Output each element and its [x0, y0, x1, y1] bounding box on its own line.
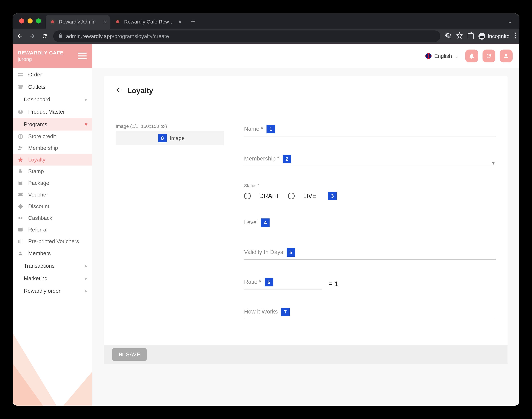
chevron-right-icon: ▸ — [85, 288, 87, 294]
level-field[interactable]: Level4 — [244, 217, 496, 230]
maximize-window-button[interactable] — [36, 18, 41, 24]
minimize-window-button[interactable] — [27, 18, 33, 24]
sidebar-item-store-credit[interactable]: $ Store credit — [13, 131, 92, 142]
chevron-down-icon: ▾ — [85, 121, 87, 128]
image-drop-label: Image — [170, 135, 185, 141]
svg-point-7 — [19, 146, 21, 148]
fields-column: Name *1 Membership *2 ▼ Status * DRAFT — [244, 124, 496, 326]
sidebar-label: Product Master — [28, 109, 87, 115]
sidebar-label: Dashboard — [24, 96, 80, 103]
sidebar-label: Rewardly order — [24, 288, 80, 294]
close-tab-icon[interactable]: × — [103, 19, 106, 25]
sidebar-item-rewardly-order[interactable]: Rewardly order ▸ — [13, 285, 92, 297]
level-label: Level4 — [244, 219, 270, 227]
sidebar-item-preprinted-vouchers[interactable]: Pre-printed Vouchers — [13, 236, 92, 247]
svg-rect-11 — [18, 228, 23, 232]
sidebar-label: Stamp — [28, 168, 44, 174]
kebab-menu-icon[interactable] — [514, 32, 516, 40]
chevron-right-icon: ▸ — [85, 96, 87, 103]
dropdown-icon: ▼ — [491, 160, 496, 166]
svg-rect-12 — [19, 229, 20, 229]
browser-tab-1[interactable]: Rewardly Admin × — [46, 15, 110, 28]
browser-tab-2[interactable]: Rewardly Cafe Rewardly Loyalt × — [111, 15, 185, 28]
close-window-button[interactable] — [19, 18, 24, 24]
notifications-button[interactable] — [465, 50, 478, 62]
star-icon[interactable] — [456, 32, 463, 40]
save-button[interactable]: SAVE — [112, 348, 147, 361]
save-icon — [118, 352, 123, 357]
address-bar[interactable]: admin.rewardly.app/programsloyalty/creat… — [53, 30, 440, 42]
sidebar-label: Loyalty — [28, 157, 45, 163]
image-field-label: Image (1/1: 150x150 px) — [116, 124, 224, 129]
sidebar-label: Programs — [24, 121, 80, 128]
sidebar-item-loyalty[interactable]: Loyalty — [13, 154, 92, 166]
sidebar-item-membership[interactable]: Membership — [13, 142, 92, 154]
svg-rect-16 — [21, 240, 21, 243]
annotation-marker-4: 4 — [261, 219, 270, 227]
refresh-button[interactable] — [483, 50, 495, 62]
sidebar-item-transactions[interactable]: Transactions ▸ — [13, 260, 92, 272]
sidebar-item-product-master[interactable]: Product Master — [13, 106, 92, 118]
sidebar-item-dashboard[interactable]: Dashboard ▸ — [13, 93, 92, 106]
status-live-radio[interactable] — [288, 193, 295, 199]
tab-bar: Rewardly Admin × Rewardly Cafe Rewardly … — [13, 13, 519, 28]
how-it-works-field[interactable]: How it Works7 — [244, 306, 496, 319]
sidebar-item-package[interactable]: Package — [13, 177, 92, 189]
image-dropzone[interactable]: 8 Image — [116, 131, 224, 145]
ratio-field[interactable]: Ratio *6 — [244, 277, 322, 289]
sidebar-label: Transactions — [24, 263, 80, 269]
back-arrow-icon[interactable] — [116, 87, 122, 95]
status-label: Status * — [244, 183, 496, 188]
svg-point-0 — [515, 33, 516, 34]
hamburger-icon[interactable] — [78, 52, 87, 59]
favicon-icon — [115, 19, 121, 25]

    main-column: English ⌄ — [92, 44, 519, 406]
browser-window: Rewardly Admin × Rewardly Cafe Rewardly … — [13, 13, 519, 406]
status-live-label: LIVE — [303, 192, 316, 199]
tabs-dropdown-icon[interactable]: ⌄ — [507, 17, 516, 25]
barcode-icon — [17, 239, 24, 244]
save-bar: SAVE — [104, 345, 507, 364]
chevron-right-icon: ▸ — [85, 275, 87, 282]
tab-title: Rewardly Admin — [59, 19, 99, 25]
sidebar-item-order[interactable]: Order — [13, 68, 92, 81]
sidebar-item-outlets[interactable]: Outlets — [13, 81, 92, 93]
svg-point-8 — [21, 147, 22, 148]
annotation-marker-5: 5 — [287, 248, 295, 257]
membership-label: Membership *2 — [244, 155, 291, 163]
voucher-icon — [17, 192, 24, 198]
sidebar-item-voucher[interactable]: Voucher — [13, 189, 92, 200]
sidebar-label: Referral — [28, 227, 48, 233]
sidebar-item-discount[interactable]: Discount — [13, 200, 92, 212]
membership-field[interactable]: Membership *2 ▼ — [244, 153, 496, 166]
url-text: admin.rewardly.app/programsloyalty/creat… — [66, 33, 169, 39]
sidebar-item-cashback[interactable]: Cashback — [13, 212, 92, 224]
sidebar-item-programs[interactable]: Programs ▾ — [13, 118, 92, 131]
page-header: Loyalty — [116, 86, 496, 95]
validity-field[interactable]: Validity In Days5 — [244, 247, 496, 260]
forward-button[interactable] — [28, 33, 36, 39]
account-button[interactable] — [500, 50, 513, 62]
flag-uk-icon — [425, 53, 432, 59]
eye-off-icon[interactable] — [445, 32, 451, 40]
status-draft-radio[interactable] — [244, 193, 251, 199]
sidebar-item-referral[interactable]: Referral — [13, 224, 92, 236]
sidebar-item-marketing[interactable]: Marketing ▸ — [13, 272, 92, 285]
reload-button[interactable] — [41, 33, 49, 39]
back-button[interactable] — [16, 33, 24, 39]
sidebar-item-stamp[interactable]: Stamp — [13, 166, 92, 177]
incognito-badge: Incognito — [479, 33, 509, 39]
language-selector[interactable]: English ⌄ — [425, 53, 459, 59]
brand-name: REWARDLY CAFE — [18, 50, 63, 56]
annotation-marker-7: 7 — [281, 308, 290, 316]
sidebar-item-members[interactable]: Members — [13, 247, 92, 260]
annotation-marker-8: 8 — [158, 134, 167, 142]
new-tab-button[interactable]: ＋ — [188, 16, 198, 26]
cashback-icon — [17, 215, 24, 221]
svg-point-10 — [20, 217, 21, 219]
name-field[interactable]: Name *1 — [244, 124, 496, 136]
close-tab-icon[interactable]: × — [178, 19, 182, 25]
extensions-icon[interactable] — [468, 33, 474, 39]
store-icon — [17, 84, 24, 90]
coin-icon: $ — [17, 134, 24, 139]
